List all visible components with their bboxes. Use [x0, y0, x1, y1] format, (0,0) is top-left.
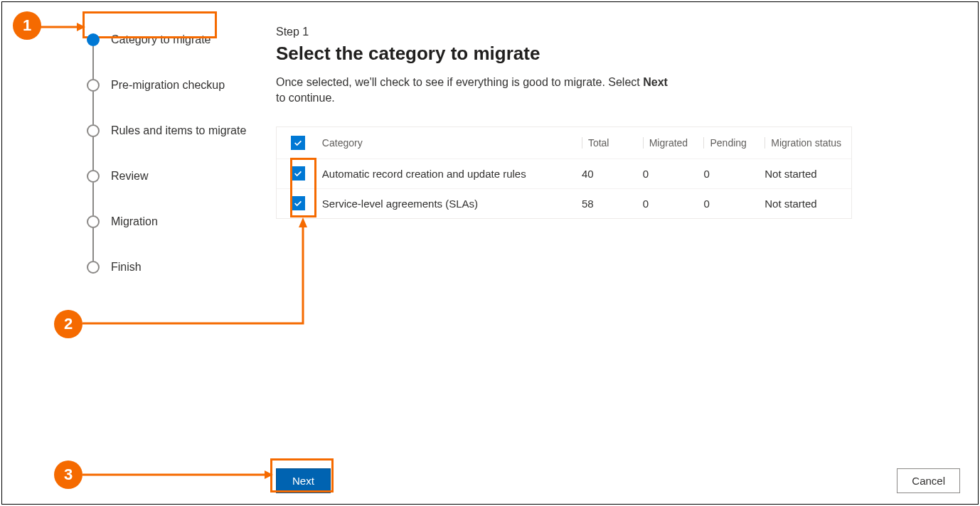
step-rules-and-items[interactable]: Rules and items to migrate — [87, 108, 246, 154]
table-row[interactable]: Automatic record creation and update rul… — [277, 158, 851, 188]
cell-total: 40 — [582, 168, 643, 180]
category-table: Category Total Migrated Pending Migratio… — [276, 126, 852, 219]
cell-category: Automatic record creation and update rul… — [319, 168, 582, 180]
cell-status: Not started — [765, 198, 851, 210]
table-row[interactable]: Service-level agreements (SLAs) 58 0 0 N… — [277, 188, 851, 218]
page-title: Select the category to migrate — [276, 43, 966, 65]
annotation-arrow-icon — [82, 217, 310, 331]
svg-marker-4 — [265, 470, 273, 479]
step-pre-migration-checkup[interactable]: Pre-migration checkup — [87, 63, 246, 108]
col-header-pending: Pending — [703, 137, 765, 149]
step-dot-icon — [87, 261, 100, 274]
annotation-badge: 3 — [54, 461, 82, 489]
svg-marker-1 — [77, 23, 85, 31]
col-header-category: Category — [319, 137, 582, 149]
select-all-checkbox[interactable] — [291, 136, 305, 150]
cell-migrated: 0 — [643, 168, 704, 180]
annotation-arrow-icon — [40, 21, 85, 33]
cell-status: Not started — [765, 168, 851, 180]
main-content: Step 1 Select the category to migrate On… — [276, 26, 966, 219]
cell-total: 58 — [582, 198, 643, 210]
step-dot-icon — [87, 170, 100, 183]
step-review[interactable]: Review — [87, 154, 246, 199]
page-description: Once selected, we'll check to see if eve… — [276, 75, 674, 107]
step-dot-icon — [87, 79, 100, 92]
col-header-total: Total — [582, 137, 643, 149]
check-icon — [293, 138, 303, 148]
annotation-highlight-box — [82, 11, 217, 38]
col-header-migrated: Migrated — [643, 137, 704, 149]
annotation-highlight-box — [270, 458, 334, 492]
cell-pending: 0 — [704, 168, 765, 180]
step-dot-icon — [87, 215, 100, 228]
step-label: Rules and items to migrate — [111, 124, 246, 137]
table-header: Category Total Migrated Pending Migratio… — [277, 127, 851, 158]
col-header-status: Migration status — [765, 137, 851, 149]
step-dot-active-icon — [87, 33, 100, 46]
annotation-arrow-icon — [82, 469, 273, 480]
step-label: Pre-migration checkup — [111, 79, 225, 92]
annotation-highlight-box — [290, 158, 316, 217]
annotation-badge: 1 — [13, 11, 41, 40]
svg-marker-2 — [299, 217, 307, 227]
step-number: Step 1 — [276, 26, 966, 38]
annotation-badge: 2 — [54, 310, 82, 338]
cell-pending: 0 — [704, 198, 765, 210]
cancel-button[interactable]: Cancel — [897, 468, 960, 493]
cell-migrated: 0 — [643, 198, 704, 210]
cell-category: Service-level agreements (SLAs) — [319, 198, 582, 210]
step-dot-icon — [87, 124, 100, 137]
step-label: Review — [111, 170, 148, 183]
